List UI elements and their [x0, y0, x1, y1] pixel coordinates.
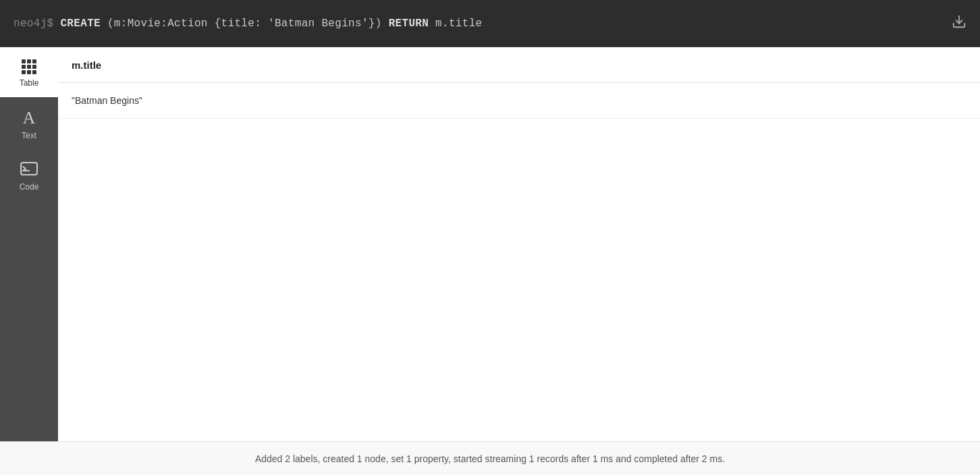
sidebar-item-text[interactable]: A Text — [0, 97, 58, 150]
code-icon — [20, 162, 38, 178]
sidebar-item-table[interactable]: Table — [0, 47, 58, 97]
content-area: m.title "Batman Begins" — [58, 47, 980, 441]
sidebar-label-table: Table — [20, 78, 39, 88]
table-row: "Batman Begins" — [58, 83, 980, 119]
query-rest: (m:Movie:Action {title: 'Batman Begins'}… — [107, 18, 389, 30]
table-header: m.title — [58, 47, 980, 83]
cell-value: "Batman Begins" — [72, 95, 142, 106]
svg-rect-1 — [21, 163, 37, 175]
table-icon — [22, 59, 36, 74]
sidebar-label-code: Code — [20, 182, 39, 192]
query-keyword: CREATE — [60, 18, 101, 30]
sidebar-item-code[interactable]: Code — [0, 150, 58, 201]
text-icon: A — [23, 109, 36, 127]
query-return-field: m.title — [435, 18, 482, 30]
query-return: RETURN — [389, 18, 429, 30]
status-bar: Added 2 labels, created 1 node, set 1 pr… — [0, 441, 980, 475]
sidebar-label-text: Text — [22, 131, 36, 140]
column-header: m.title — [72, 59, 101, 71]
prompt-prefix: neo4j$ — [13, 18, 54, 30]
download-button[interactable] — [952, 14, 967, 33]
query-display: neo4j$ CREATE (m:Movie:Action {title: 'B… — [13, 18, 483, 30]
main-area: Table A Text Code m.title — [0, 47, 980, 441]
sidebar: Table A Text Code — [0, 47, 58, 441]
table-body: "Batman Begins" — [58, 83, 980, 441]
status-message: Added 2 labels, created 1 node, set 1 pr… — [255, 453, 725, 464]
top-bar: neo4j$ CREATE (m:Movie:Action {title: 'B… — [0, 0, 980, 47]
